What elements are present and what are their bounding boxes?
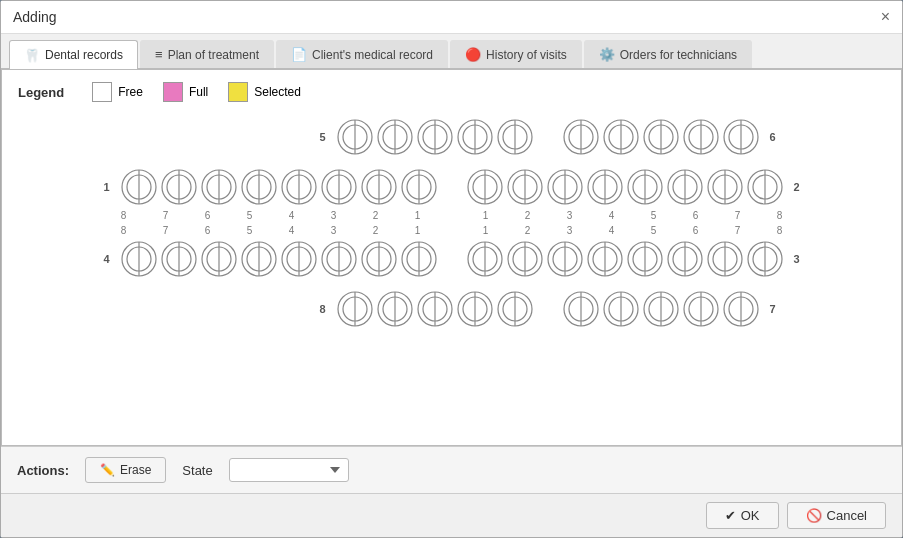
tooth-number: 4 xyxy=(592,225,632,236)
tooth-8l2[interactable] xyxy=(416,290,454,328)
tooth-5r1[interactable] xyxy=(602,118,640,156)
tooth-number: 7 xyxy=(146,225,186,236)
tab-orders[interactable]: ⚙️ Orders for technicians xyxy=(584,40,752,68)
tooth-number: 6 xyxy=(188,210,228,221)
actions-bar: Actions: ✏️ Erase State xyxy=(1,446,902,493)
number-row-lower: 8765432112345678 xyxy=(80,225,824,236)
tooth-5r3[interactable] xyxy=(682,118,720,156)
cancel-icon: 🚫 xyxy=(806,508,822,523)
erase-label: Erase xyxy=(120,463,151,477)
teeth-area: 5 61 xyxy=(18,118,885,328)
tooth-1_2[interactable] xyxy=(200,168,238,206)
erase-button[interactable]: ✏️ Erase xyxy=(85,457,166,483)
tooth-2_1[interactable] xyxy=(506,168,544,206)
tooth-number: 3 xyxy=(314,210,354,221)
tooth-8r4[interactable] xyxy=(722,290,760,328)
tooth-5l2[interactable] xyxy=(416,118,454,156)
tooth-3_0[interactable] xyxy=(466,240,504,278)
ok-icon: ✔ xyxy=(725,508,736,523)
tooth-4_5[interactable] xyxy=(320,240,358,278)
tooth-number: 1 xyxy=(398,210,438,221)
tooth-2_6[interactable] xyxy=(706,168,744,206)
tooth-4_0[interactable] xyxy=(120,240,158,278)
legend-selected: Selected xyxy=(228,82,301,102)
tooth-8r2[interactable] xyxy=(642,290,680,328)
tooth-number: 1 xyxy=(398,225,438,236)
tooth-5l3[interactable] xyxy=(456,118,494,156)
tooth-2_7[interactable] xyxy=(746,168,784,206)
state-label: State xyxy=(182,463,212,478)
legend-full-box xyxy=(163,82,183,102)
tooth-2_5[interactable] xyxy=(666,168,704,206)
tooth-2_2[interactable] xyxy=(546,168,584,206)
tooth-number: 8 xyxy=(104,225,144,236)
tooth-4_2[interactable] xyxy=(200,240,238,278)
tooth-3_7[interactable] xyxy=(746,240,784,278)
tooth-4_1[interactable] xyxy=(160,240,198,278)
tab-medical[interactable]: 📄 Client's medical record xyxy=(276,40,448,68)
tooth-1_7[interactable] xyxy=(400,168,438,206)
tooth-number: 2 xyxy=(508,225,548,236)
tab-plan[interactable]: ≡ Plan of treatment xyxy=(140,40,274,68)
tooth-number: 7 xyxy=(718,210,758,221)
quadrant-6-label: 6 xyxy=(762,131,784,143)
medical-icon: 📄 xyxy=(291,47,307,62)
tooth-3_1[interactable] xyxy=(506,240,544,278)
tooth-1_3[interactable] xyxy=(240,168,278,206)
tooth-8l1[interactable] xyxy=(376,290,414,328)
close-button[interactable]: × xyxy=(881,9,890,25)
cancel-button[interactable]: 🚫 Cancel xyxy=(787,502,886,529)
tooth-3_2[interactable] xyxy=(546,240,584,278)
tooth-1_0[interactable] xyxy=(120,168,158,206)
tooth-2_0[interactable] xyxy=(466,168,504,206)
tooth-8l0[interactable] xyxy=(336,290,374,328)
quadrant-2-label: 2 xyxy=(786,181,808,193)
tab-dental-label: Dental records xyxy=(45,48,123,62)
tooth-5r4[interactable] xyxy=(722,118,760,156)
tooth-8r0[interactable] xyxy=(562,290,600,328)
cancel-label: Cancel xyxy=(827,508,867,523)
tab-history[interactable]: 🔴 History of visits xyxy=(450,40,582,68)
tooth-2_3[interactable] xyxy=(586,168,624,206)
tooth-8l3[interactable] xyxy=(456,290,494,328)
tooth-2_4[interactable] xyxy=(626,168,664,206)
tooth-number: 7 xyxy=(718,225,758,236)
erase-icon: ✏️ xyxy=(100,463,115,477)
content-area: Legend Free Full Selected 5 xyxy=(1,69,902,446)
tooth-1_4[interactable] xyxy=(280,168,318,206)
tooth-3_5[interactable] xyxy=(666,240,704,278)
tooth-5r2[interactable] xyxy=(642,118,680,156)
tooth-4_3[interactable] xyxy=(240,240,278,278)
tooth-3_3[interactable] xyxy=(586,240,624,278)
tooth-5r0[interactable] xyxy=(562,118,600,156)
tooth-1_1[interactable] xyxy=(160,168,198,206)
tooth-5l0[interactable] xyxy=(336,118,374,156)
tooth-4_6[interactable] xyxy=(360,240,398,278)
legend-selected-label: Selected xyxy=(254,85,301,99)
tooth-number: 4 xyxy=(592,210,632,221)
tooth-number: 8 xyxy=(104,210,144,221)
tab-dental[interactable]: 🦷 Dental records xyxy=(9,40,138,69)
state-select[interactable] xyxy=(229,458,349,482)
legend: Legend Free Full Selected xyxy=(18,82,885,102)
tooth-number: 3 xyxy=(314,225,354,236)
tooth-4_7[interactable] xyxy=(400,240,438,278)
tooth-5l1[interactable] xyxy=(376,118,414,156)
teeth-row-56: 5 6 xyxy=(120,118,784,156)
tooth-8r1[interactable] xyxy=(602,290,640,328)
tooth-number: 5 xyxy=(230,210,270,221)
tooth-8r3[interactable] xyxy=(682,290,720,328)
tooth-4_4[interactable] xyxy=(280,240,318,278)
ok-button[interactable]: ✔ OK xyxy=(706,502,779,529)
orders-icon: ⚙️ xyxy=(599,47,615,62)
dialog-title: Adding xyxy=(13,9,57,25)
tooth-1_6[interactable] xyxy=(360,168,398,206)
tooth-1_5[interactable] xyxy=(320,168,358,206)
tooth-3_6[interactable] xyxy=(706,240,744,278)
tooth-3_4[interactable] xyxy=(626,240,664,278)
tooth-8l4[interactable] xyxy=(496,290,534,328)
quadrant-7-label: 7 xyxy=(762,303,784,315)
tooth-5l4[interactable] xyxy=(496,118,534,156)
tooth-number: 8 xyxy=(760,225,800,236)
legend-title: Legend xyxy=(18,85,64,100)
